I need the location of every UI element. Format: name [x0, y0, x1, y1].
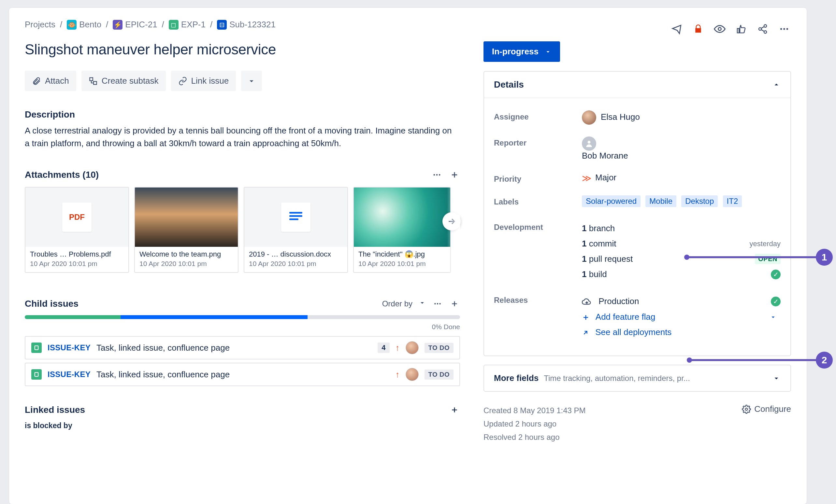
more-fields-toggle[interactable]: More fields Time tracking, automation, r… — [483, 365, 791, 392]
pdf-file-icon: PDF — [62, 202, 92, 232]
breadcrumb-sub[interactable]: ⊟ Sub-123321 — [217, 20, 276, 30]
linked-issues-add-icon[interactable] — [449, 404, 460, 415]
watch-icon[interactable] — [713, 22, 726, 36]
image-thumb — [135, 188, 238, 247]
gear-icon — [742, 405, 751, 414]
cloud-upload-icon — [582, 297, 592, 307]
attachments-add-icon[interactable] — [449, 169, 460, 180]
feedback-icon[interactable] — [670, 22, 684, 36]
dev-build[interactable]: 1 build✓ — [582, 267, 781, 282]
order-by-chevron-icon[interactable] — [418, 299, 426, 309]
create-subtask-button[interactable]: Create subtask — [81, 71, 166, 91]
annotation-badge-1: 1 — [816, 249, 833, 266]
dev-pr[interactable]: 1 pull requestOPEN — [582, 251, 781, 267]
configure-button[interactable]: Configure — [742, 404, 791, 414]
attachment-card[interactable]: 2019 - … discussion.docx10 Apr 2020 10:0… — [244, 187, 348, 273]
status-badge[interactable]: TO DO — [424, 370, 454, 380]
svg-point-6 — [786, 28, 788, 30]
svg-rect-7 — [90, 77, 93, 80]
status-badge[interactable]: TO DO — [424, 343, 454, 353]
breadcrumb-bento[interactable]: 🐵 Bento — [67, 20, 101, 30]
share-icon[interactable] — [756, 22, 770, 36]
doc-file-icon — [281, 202, 310, 232]
chevron-up-icon — [772, 80, 781, 89]
chevron-down-icon — [770, 313, 777, 321]
attachment-card[interactable]: Welcome to the team.png10 Apr 2020 10:01… — [134, 187, 239, 273]
linked-issues-relation: is blocked by — [25, 421, 460, 430]
issue-key[interactable]: ISSUE-KEY — [48, 370, 91, 379]
attach-button[interactable]: Attach — [25, 71, 76, 91]
svg-point-13 — [437, 303, 438, 305]
progress-done-label: 0% Done — [25, 323, 460, 331]
lock-icon[interactable] — [691, 22, 705, 36]
linked-issues-heading: Linked issues — [25, 405, 85, 415]
child-issues-heading: Child issues — [25, 298, 78, 309]
issue-key[interactable]: ISSUE-KEY — [48, 343, 91, 352]
bento-icon: 🐵 — [67, 20, 77, 30]
label-chip[interactable]: Solar-powered — [582, 195, 641, 207]
link-issue-more-button[interactable] — [241, 71, 262, 91]
label-chip[interactable]: Mobile — [645, 195, 676, 207]
add-feature-flag[interactable]: Add feature flag — [582, 309, 781, 325]
priority-value[interactable]: ≫Major — [582, 173, 781, 183]
labels-value[interactable]: Solar-powered Mobile Dekstop IT2 — [582, 195, 781, 209]
details-toggle[interactable]: Details — [484, 72, 791, 98]
svg-point-18 — [745, 408, 748, 410]
toolbar: Attach Create subtask Link issue — [25, 71, 460, 91]
breadcrumb-sep: / — [60, 20, 62, 30]
issue-title[interactable]: Slingshot maneuver helper microservice — [25, 41, 460, 58]
svg-point-2 — [759, 28, 761, 30]
assignee-avatar[interactable] — [406, 341, 419, 354]
svg-point-11 — [439, 174, 440, 176]
chevron-down-icon — [772, 374, 781, 383]
breadcrumb-exp[interactable]: ◻ EXP-1 — [169, 20, 206, 30]
breadcrumb-epic-label: EPIC-21 — [125, 20, 157, 30]
attachments-more-icon[interactable] — [431, 169, 442, 180]
attachments-heading: Attachments (10) — [25, 170, 99, 180]
status-dropdown[interactable]: In-progress — [483, 41, 560, 62]
subtask-create-icon — [89, 77, 98, 85]
svg-rect-16 — [35, 372, 38, 376]
svg-point-5 — [783, 28, 785, 30]
more-icon[interactable] — [777, 22, 791, 36]
breadcrumb-exp-label: EXP-1 — [181, 20, 206, 30]
child-issue-row[interactable]: ISSUE-KEY Task, linked issue, confluence… — [25, 336, 460, 360]
issue-type-icon — [31, 343, 42, 353]
attachments-strip: PDF Troubles … Problems.pdf10 Apr 2020 1… — [25, 187, 460, 273]
breadcrumb-root[interactable]: Projects — [25, 20, 55, 30]
assignee-value[interactable]: Elsa Hugo — [582, 110, 781, 125]
order-by-label[interactable]: Order by — [382, 299, 413, 308]
child-issue-row[interactable]: ISSUE-KEY Task, linked issue, confluence… — [25, 363, 460, 386]
breadcrumb-epic[interactable]: ⚡ EPIC-21 — [113, 20, 157, 30]
subtask-icon: ⊟ — [217, 20, 227, 30]
priority-major-icon: ≫ — [582, 173, 591, 183]
description-body[interactable]: A close terrestrial analogy is provided … — [25, 124, 455, 150]
vote-icon[interactable] — [734, 22, 748, 36]
assignee-avatar[interactable] — [406, 368, 419, 381]
dev-branch[interactable]: 1 branch — [582, 221, 781, 236]
priority-up-icon: ↑ — [396, 343, 400, 353]
attachment-card[interactable]: PDF Troubles … Problems.pdf10 Apr 2020 1… — [25, 187, 129, 273]
attachment-card[interactable]: The "incident" 😱.jpg10 Apr 2020 10:01 pm — [353, 187, 451, 273]
issue-type-icon — [31, 369, 42, 380]
image-thumb — [354, 188, 450, 247]
svg-point-1 — [764, 25, 766, 27]
priority-up-icon: ↑ — [396, 370, 400, 380]
reporter-value[interactable]: Bob Morane — [582, 136, 781, 161]
description-heading: Description — [25, 110, 460, 120]
child-issue-title: Task, linked issue, confluence page — [96, 370, 389, 380]
child-issues-more-icon[interactable] — [432, 298, 443, 309]
dev-commit[interactable]: 1 commityesterday — [582, 236, 781, 251]
label-chip[interactable]: IT2 — [723, 195, 742, 207]
svg-point-9 — [434, 174, 435, 176]
assignee-label: Assignee — [494, 110, 582, 121]
priority-label: Priority — [494, 173, 582, 183]
child-issues-add-icon[interactable] — [449, 298, 460, 309]
svg-point-17 — [588, 141, 591, 143]
link-issue-button[interactable]: Link issue — [171, 71, 236, 91]
annotation-badge-2: 2 — [816, 352, 833, 369]
label-chip[interactable]: Dekstop — [681, 195, 718, 207]
release-production[interactable]: Production ✓ — [582, 294, 781, 309]
see-all-deployments[interactable]: See all deployments — [582, 325, 781, 340]
annotation-line — [687, 256, 816, 258]
